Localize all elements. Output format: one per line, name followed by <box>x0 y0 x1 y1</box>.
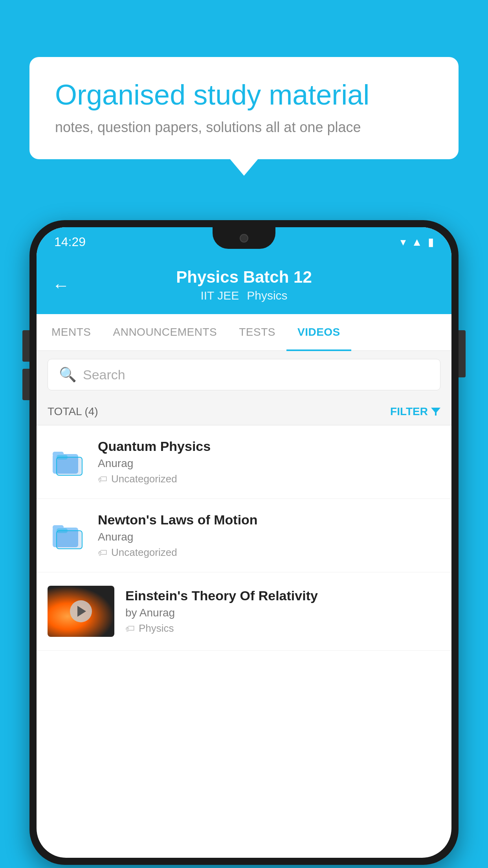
side-buttons-right <box>459 330 466 377</box>
play-triangle-icon <box>77 606 86 617</box>
search-icon: 🔍 <box>59 366 77 383</box>
list-item[interactable]: Quantum Physics Anurag 🏷 Uncategorized <box>37 425 451 499</box>
phone-frame: 14:29 ▾ ▲ ▮ ← Physics Batch 12 IIT JEE P… <box>29 220 459 865</box>
video-tag: 🏷 Physics <box>125 622 440 634</box>
tag-icon: 🏷 <box>98 547 107 558</box>
header-subtitle-iitjee: IIT JEE <box>200 289 239 302</box>
tag-icon: 🏷 <box>98 474 107 485</box>
header-subtitle: IIT JEE Physics <box>200 289 287 302</box>
svg-rect-8 <box>57 531 82 549</box>
svg-marker-0 <box>431 408 440 416</box>
total-count: TOTAL (4) <box>48 405 98 418</box>
wifi-icon: ▾ <box>400 235 406 248</box>
tab-tests[interactable]: TESTS <box>228 314 286 350</box>
video-tag: 🏷 Uncategorized <box>98 546 440 559</box>
battery-icon: ▮ <box>428 235 434 248</box>
tag-icon: 🏷 <box>125 623 135 634</box>
search-container: 🔍 Search <box>37 351 451 398</box>
video-author: Anurag <box>98 457 440 470</box>
header-title: Physics Batch 12 <box>176 268 312 287</box>
folder-icon <box>48 446 87 478</box>
tag-label: Uncategorized <box>111 473 177 485</box>
filter-button[interactable]: FILTER <box>390 405 440 418</box>
video-title: Newton's Laws of Motion <box>98 512 440 528</box>
filter-label: FILTER <box>390 405 428 418</box>
side-buttons-left <box>22 330 29 400</box>
status-icons: ▾ ▲ ▮ <box>400 235 434 248</box>
signal-icon: ▲ <box>411 236 422 248</box>
phone-notch <box>213 227 275 249</box>
status-time: 14:29 <box>54 235 86 249</box>
svg-rect-3 <box>57 457 82 475</box>
header-subtitle-physics: Physics <box>247 289 287 302</box>
app-header: ← Physics Batch 12 IIT JEE Physics <box>37 257 451 314</box>
list-item[interactable]: Newton's Laws of Motion Anurag 🏷 Uncateg… <box>37 499 451 572</box>
tag-label: Uncategorized <box>111 546 177 559</box>
video-thumbnail <box>48 586 114 637</box>
volume-down-button[interactable] <box>22 369 29 400</box>
speech-bubble: Organised study material notes, question… <box>29 57 459 159</box>
play-button[interactable] <box>70 600 92 622</box>
video-title: Quantum Physics <box>98 439 440 454</box>
list-item[interactable]: Einstein's Theory Of Relativity by Anura… <box>37 572 451 651</box>
front-camera <box>240 234 248 243</box>
bubble-subtitle: notes, question papers, solutions all at… <box>55 119 433 136</box>
phone-screen: 14:29 ▾ ▲ ▮ ← Physics Batch 12 IIT JEE P… <box>37 227 451 858</box>
svg-rect-5 <box>57 455 68 460</box>
folder-icon <box>48 520 87 551</box>
video-title: Einstein's Theory Of Relativity <box>125 588 440 603</box>
tag-label: Physics <box>139 622 174 634</box>
search-placeholder: Search <box>83 367 125 383</box>
bubble-title: Organised study material <box>55 79 433 111</box>
video-info: Einstein's Theory Of Relativity by Anura… <box>125 588 440 634</box>
video-tag: 🏷 Uncategorized <box>98 473 440 485</box>
tab-videos[interactable]: VIDEOS <box>286 314 351 350</box>
volume-up-button[interactable] <box>22 330 29 362</box>
search-bar[interactable]: 🔍 Search <box>48 359 440 390</box>
video-author: by Anurag <box>125 607 440 619</box>
video-list: Quantum Physics Anurag 🏷 Uncategorized <box>37 425 451 651</box>
video-author: Anurag <box>98 531 440 543</box>
filter-funnel-icon <box>431 408 440 416</box>
tab-bar: MENTS ANNOUNCEMENTS TESTS VIDEOS <box>37 314 451 351</box>
video-info: Newton's Laws of Motion Anurag 🏷 Uncateg… <box>98 512 440 559</box>
tab-announcements[interactable]: ANNOUNCEMENTS <box>102 314 228 350</box>
speech-bubble-container: Organised study material notes, question… <box>29 57 459 159</box>
svg-rect-10 <box>57 528 68 533</box>
tab-ments[interactable]: MENTS <box>40 314 102 350</box>
status-bar: 14:29 ▾ ▲ ▮ <box>37 227 451 257</box>
back-button[interactable]: ← <box>52 276 70 295</box>
filter-bar: TOTAL (4) FILTER <box>37 398 451 425</box>
power-button[interactable] <box>459 330 466 377</box>
video-info: Quantum Physics Anurag 🏷 Uncategorized <box>98 439 440 485</box>
